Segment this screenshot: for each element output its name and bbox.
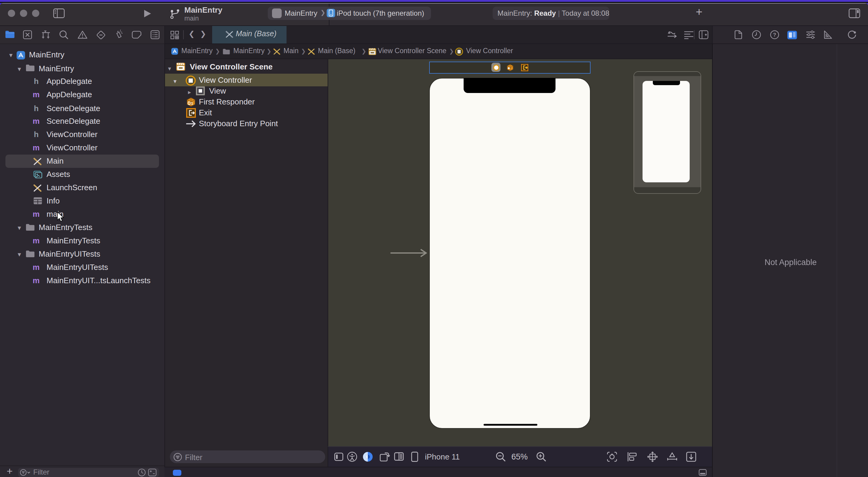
svg-text:?: ? bbox=[773, 32, 776, 38]
svg-text:1: 1 bbox=[191, 101, 193, 105]
